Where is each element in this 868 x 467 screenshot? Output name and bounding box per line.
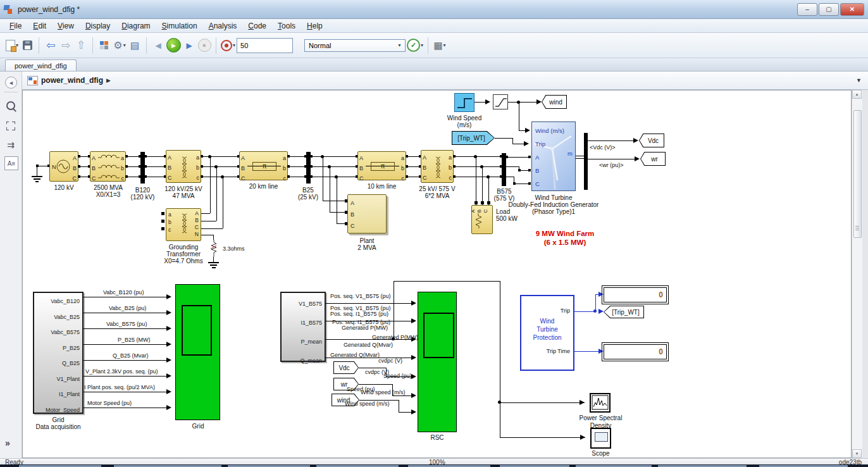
saturation-block[interactable]	[493, 94, 508, 109]
vertical-scrollbar[interactable]: ▲ ▼	[852, 90, 862, 458]
wind-turbine-protection-block[interactable]: Wind Turbine Protection Trip Trip Time	[520, 295, 574, 371]
wire[interactable]	[454, 177, 502, 177]
wind-speed-step-block[interactable]	[454, 93, 474, 112]
wire[interactable]	[311, 156, 357, 157]
wire[interactable]	[210, 156, 211, 213]
wire[interactable]	[454, 166, 502, 167]
back-button[interactable]: ⇦	[44, 38, 58, 53]
goto-tag-vdc[interactable]: Vdc	[639, 134, 664, 147]
wire[interactable]	[454, 156, 502, 157]
signal-arrows-icon[interactable]: ⇉	[4, 139, 17, 151]
power-spectral-density-block[interactable]	[590, 393, 611, 413]
wire[interactable]	[574, 311, 595, 312]
wire[interactable]	[37, 166, 49, 166]
model-explorer-button[interactable]: ▤	[128, 38, 142, 53]
wire[interactable]	[288, 156, 306, 157]
update-diagram-button[interactable]: ✓▾	[407, 38, 423, 53]
wire[interactable]	[406, 166, 421, 167]
new-model-button[interactable]: ▾	[5, 38, 19, 53]
wire[interactable]	[201, 228, 223, 229]
wire[interactable]	[78, 166, 90, 167]
maximize-button[interactable]: ▢	[819, 3, 839, 16]
run-button[interactable]: ▶	[166, 38, 181, 53]
wire[interactable]	[508, 102, 536, 103]
step-back-button[interactable]: ◀	[151, 38, 165, 53]
wire[interactable]	[145, 156, 166, 157]
from-tag-vdc[interactable]: Vdc	[333, 361, 359, 374]
wire[interactable]	[37, 166, 37, 176]
menu-help[interactable]: Help	[301, 20, 328, 32]
wire[interactable]	[326, 303, 411, 304]
menu-edit[interactable]: Edit	[27, 20, 52, 32]
build-button[interactable]: ▦▾	[433, 38, 447, 53]
grounding-transformer-block[interactable]: a b c A B C N	[166, 208, 201, 241]
scroll-down-button[interactable]: ▼	[852, 449, 862, 458]
load-block[interactable]: A B C	[471, 205, 493, 234]
step-forward-button[interactable]: ▶	[182, 38, 196, 53]
up-to-parent-button[interactable]: ⇧	[74, 38, 88, 53]
grid-data-acquisition-block[interactable]: Vabc_B120 Vabc_B25 Vabc_B575 P_B25 Q_B25…	[33, 292, 84, 414]
breadcrumb-dropdown-icon[interactable]: ▼	[856, 77, 862, 84]
close-button[interactable]: ✕	[840, 3, 864, 16]
line-20km-block[interactable]: π A B C a b c	[239, 151, 288, 180]
menu-display[interactable]: Display	[80, 20, 116, 32]
wire[interactable]	[476, 156, 476, 205]
wire[interactable]	[126, 177, 140, 177]
wire[interactable]	[519, 103, 519, 130]
menu-code[interactable]: Code	[242, 20, 272, 32]
transformer-25-575-block[interactable]: A B C a b c	[421, 150, 454, 183]
scrollbar-thumb[interactable]	[853, 110, 862, 238]
plant-block[interactable]: A B C	[347, 194, 387, 233]
wire[interactable]	[514, 184, 530, 184]
model-settings-button[interactable]: ⚙▾	[113, 38, 127, 53]
menu-diagram[interactable]: Diagram	[116, 20, 156, 32]
wt-data-acquisition-block[interactable]: V1_B575 I1_B575 P_mean Q_mean	[280, 292, 326, 362]
save-button[interactable]	[20, 38, 34, 53]
wire[interactable]	[201, 177, 239, 177]
wire[interactable]	[84, 328, 166, 329]
wire[interactable]	[216, 166, 217, 221]
wire[interactable]	[392, 395, 411, 396]
wire[interactable]	[512, 144, 524, 144]
wire[interactable]	[359, 384, 392, 385]
line-10km-block[interactable]: π A B C a b c	[357, 151, 406, 180]
collapse-browser-button[interactable]: ◄	[5, 77, 17, 89]
wire[interactable]	[495, 138, 512, 139]
wire[interactable]	[213, 235, 214, 240]
menu-simulation[interactable]: Simulation	[156, 20, 203, 32]
wire[interactable]	[201, 166, 239, 167]
wire[interactable]	[406, 156, 421, 157]
wire[interactable]	[588, 140, 634, 141]
voltage-source-block[interactable]: N A B C	[49, 151, 78, 182]
menu-file[interactable]: File	[4, 20, 27, 32]
menu-tools[interactable]: Tools	[272, 20, 301, 32]
wire[interactable]	[311, 166, 357, 167]
trip-time-display[interactable]: 0	[604, 344, 667, 359]
overflow-chevrons[interactable]: »	[5, 438, 10, 448]
forward-button[interactable]: ⇨	[59, 38, 73, 53]
tab-power-wind-dfig[interactable]: power_wind_dfig	[5, 59, 77, 71]
wire[interactable]	[323, 201, 347, 201]
annotation-icon[interactable]: A≡	[4, 156, 18, 170]
wire[interactable]	[145, 177, 166, 177]
wire[interactable]	[126, 166, 140, 167]
scroll-up-button[interactable]: ▲	[852, 90, 862, 99]
wire[interactable]	[359, 368, 386, 368]
wire[interactable]	[84, 392, 166, 392]
wire[interactable]	[201, 156, 239, 157]
resistor-icon[interactable]	[209, 240, 218, 257]
breadcrumb-arrow-icon[interactable]: ▶	[106, 77, 111, 84]
wire[interactable]	[337, 177, 337, 223]
wire[interactable]	[519, 170, 530, 171]
diagram-canvas[interactable]: N A B C 120 kV A B C a b c 2500 MVA X0/X…	[22, 90, 852, 458]
transformer-120-25-block[interactable]: A B C a b c	[166, 150, 201, 183]
minimize-button[interactable]: –	[797, 3, 817, 16]
wire[interactable]	[201, 221, 216, 221]
bus-selector-block[interactable]	[584, 133, 588, 190]
wire[interactable]	[500, 402, 585, 403]
wire[interactable]	[201, 235, 213, 235]
stop-button[interactable]: ■	[197, 38, 211, 53]
menu-view[interactable]: View	[52, 20, 80, 32]
wire[interactable]	[399, 400, 399, 412]
wire[interactable]	[512, 138, 513, 144]
